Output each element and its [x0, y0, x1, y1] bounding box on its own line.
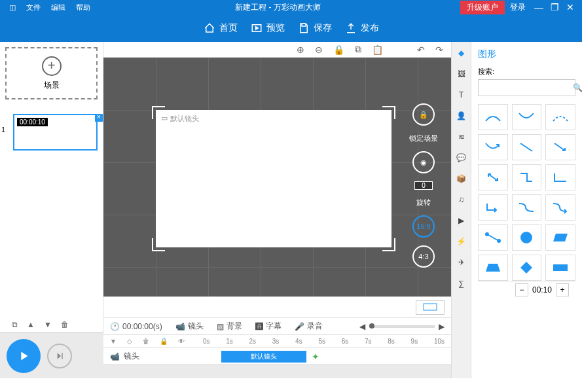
slider-right-icon[interactable]: ▶: [439, 322, 445, 331]
effect-tool-icon[interactable]: ⚡: [456, 236, 467, 247]
time-ruler[interactable]: 0s1s2s 3s4s5s 6s7s8s 9s10s: [203, 338, 451, 345]
zoom-out-time[interactable]: −: [515, 283, 528, 296]
shape-elbow-right[interactable]: [512, 164, 542, 190]
shapes-tool-icon[interactable]: ◆: [456, 47, 467, 59]
add-keyframe-icon[interactable]: ✦: [312, 351, 319, 362]
play-button[interactable]: [7, 339, 41, 373]
filter-icon[interactable]: ▼: [110, 338, 117, 345]
avatar-tool-icon[interactable]: 👤: [456, 110, 467, 122]
scene-thumbnail[interactable]: 00:00:10 ×: [13, 114, 98, 151]
frame-label: ▭默认镜头: [161, 114, 199, 124]
scene-duration: 00:00:10: [17, 118, 48, 126]
zoom-in-time[interactable]: +: [556, 283, 569, 296]
shape-dashed-arc[interactable]: [545, 104, 575, 130]
up-icon[interactable]: ▲: [27, 320, 35, 329]
plus-icon: +: [42, 56, 62, 76]
record-tab[interactable]: 🎤 录音: [295, 321, 323, 332]
menu-help[interactable]: 帮助: [71, 3, 96, 12]
shape-circle[interactable]: [512, 224, 542, 251]
zoom-out-icon[interactable]: ⊖: [315, 45, 323, 55]
video-tool-icon[interactable]: ▶: [456, 215, 467, 226]
lock-icon[interactable]: 🔒: [333, 45, 344, 55]
svg-point-6: [486, 233, 488, 236]
scene-close-icon[interactable]: ×: [95, 114, 103, 122]
send-tool-icon[interactable]: ✈: [456, 257, 467, 268]
slider-left-icon[interactable]: ◀: [359, 322, 365, 331]
step-icon: [54, 351, 65, 361]
close-button[interactable]: ✕: [562, 2, 578, 12]
shape-double-arrow[interactable]: [478, 164, 508, 190]
shape-elbow-down[interactable]: [545, 164, 575, 190]
paste-icon[interactable]: 📋: [372, 45, 383, 55]
shape-connector[interactable]: [478, 224, 508, 251]
upgrade-button[interactable]: 升级账户: [460, 1, 505, 14]
svg-line-7: [488, 235, 498, 240]
ratio-16-9-button[interactable]: 16:9: [412, 215, 435, 238]
swf-tool-icon[interactable]: ≋: [456, 131, 467, 143]
shape-arrow-line[interactable]: [545, 134, 575, 160]
shape-line[interactable]: [512, 134, 542, 160]
down-icon[interactable]: ▼: [44, 320, 52, 329]
timeline-zoom-slider[interactable]: [369, 325, 435, 328]
trash-icon[interactable]: 🗑: [61, 320, 69, 329]
svg-point-9: [520, 232, 532, 243]
copy-icon[interactable]: ⧉: [12, 320, 18, 329]
ratio-4-3-button[interactable]: 4:3: [412, 245, 435, 268]
formula-tool-icon[interactable]: ∑: [456, 277, 467, 289]
login-button[interactable]: 登录: [510, 2, 526, 13]
undo-icon[interactable]: ↶: [417, 45, 425, 55]
publish-button[interactable]: 发布: [345, 22, 379, 34]
canvas[interactable]: ▭默认镜头 🔒 锁定场景 ◉ 0 旋转 16:9 4:3: [103, 58, 451, 296]
pin-icon[interactable]: ◫: [4, 3, 21, 12]
shape-diamond[interactable]: [512, 255, 542, 281]
home-button[interactable]: 首页: [204, 22, 238, 34]
subtitle-tab[interactable]: 🅰 字幕: [255, 321, 282, 332]
save-icon: [298, 22, 310, 34]
rotate-dial[interactable]: ◉: [412, 151, 435, 173]
preview-button[interactable]: 预览: [251, 22, 285, 34]
camera-frame[interactable]: ▭默认镜头: [156, 110, 391, 247]
speech-tool-icon[interactable]: 💬: [456, 152, 467, 164]
step-button[interactable]: [47, 344, 72, 368]
menu-edit[interactable]: 编辑: [46, 3, 71, 12]
camera-tab[interactable]: 📹 镜头: [175, 321, 204, 332]
menu-file[interactable]: 文件: [21, 3, 46, 12]
preview-icon: [251, 22, 263, 34]
maximize-button[interactable]: ❐: [547, 2, 562, 12]
shape-curve[interactable]: [512, 194, 542, 221]
shape-trapezoid[interactable]: [478, 255, 508, 281]
shape-curve-arrow[interactable]: [478, 134, 508, 160]
background-tab[interactable]: ▨ 背景: [217, 321, 242, 332]
preview-thumbnail[interactable]: [416, 300, 445, 315]
lock-ruler-icon[interactable]: 🔒: [160, 338, 168, 345]
container-tool-icon[interactable]: 📦: [456, 173, 467, 185]
svg-line-3: [520, 143, 532, 151]
svg-line-5: [488, 174, 498, 181]
minimize-button[interactable]: —: [531, 2, 547, 12]
diamond-icon[interactable]: ◇: [127, 338, 132, 345]
audio-tool-icon[interactable]: ♫: [456, 194, 467, 205]
shape-elbow-arrow[interactable]: [478, 194, 508, 221]
lock-scene-button[interactable]: 🔒: [412, 103, 435, 126]
publish-icon: [345, 22, 357, 34]
text-tool-icon[interactable]: T: [456, 89, 467, 101]
redo-icon[interactable]: ↷: [435, 45, 443, 55]
shape-arc-up[interactable]: [478, 104, 508, 130]
shape-arc-down[interactable]: [512, 104, 542, 130]
copy-canvas-icon[interactable]: ⧉: [355, 44, 361, 55]
zoom-in-icon[interactable]: ⊕: [297, 45, 304, 55]
shape-parallelogram[interactable]: [545, 224, 575, 251]
image-tool-icon[interactable]: 🖼: [456, 68, 467, 80]
trash-ruler-icon[interactable]: 🗑: [143, 338, 149, 345]
save-button[interactable]: 保存: [298, 22, 332, 34]
shapes-panel-title: 图形: [478, 48, 575, 60]
camera-clip[interactable]: 默认镜头: [221, 351, 306, 363]
shape-rectangle[interactable]: [545, 255, 575, 281]
shape-curve-arrow-2[interactable]: [545, 194, 575, 221]
zoom-time-value: 00:10: [532, 285, 552, 294]
search-label: 搜索:: [478, 67, 575, 77]
add-scene-button[interactable]: + 场景: [5, 47, 98, 99]
eye-icon[interactable]: 👁: [178, 338, 185, 345]
search-input[interactable]: [482, 84, 573, 92]
search-icon[interactable]: 🔍: [573, 83, 582, 92]
